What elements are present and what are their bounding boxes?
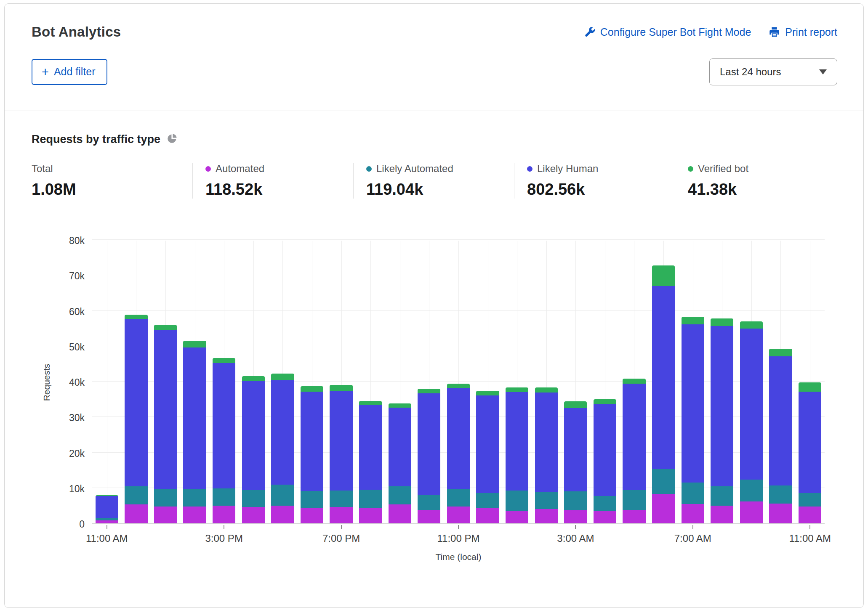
bars-container [92,241,825,523]
print-link-label: Print report [785,26,837,38]
bar-segment-automated [506,511,528,523]
bar-segment-likely_human [476,395,499,493]
x-tick-mark [458,525,459,529]
bar-segment-likely_human [769,356,792,485]
stacked-bar-200am[interactable] [535,387,558,523]
stacked-bar-900am[interactable] [740,321,763,523]
bar-segment-likely_automated [125,486,147,505]
bar-segment-likely_human [535,393,558,492]
y-tick-label-10: 10k [69,483,85,494]
bar-segment-verified_bot [183,341,206,347]
stacked-bar-600pm[interactable] [301,386,323,523]
stacked-bar-300am[interactable] [564,401,587,523]
bar-segment-automated [213,506,235,523]
bar-segment-likely_automated [652,469,675,494]
x-tick-label-16: 3:00 AM [557,533,594,544]
bar-segment-likely_human [154,330,177,489]
stacked-bar-500am[interactable] [623,379,645,523]
bar-segment-verified_bot [301,386,323,392]
bar-segment-likely_human [564,408,587,491]
x-tick-label-4: 3:00 PM [205,533,242,544]
stacked-bar-200pm[interactable] [183,341,206,523]
bar-segment-automated [389,504,411,523]
bar-segment-verified_bot [652,265,675,286]
stacked-bar-500pm[interactable] [271,374,294,523]
add-filter-label: Add filter [54,66,96,78]
y-tick-label-50: 50k [69,341,85,353]
configure-link-label: Configure Super Bot Fight Mode [600,26,751,38]
bar-segment-verified_bot [154,325,177,330]
stacked-bar-100pm[interactable] [154,325,177,523]
stacked-bar-400pm[interactable] [242,376,265,523]
bar-segment-verified_bot [535,387,558,393]
stacked-bar-700am[interactable] [682,317,704,523]
plus-icon: + [42,68,49,76]
likely-automated-legend-dot [366,166,372,172]
bar-segment-automated [740,501,763,523]
stacked-bar-800am[interactable] [711,318,733,523]
bar-segment-likely_human [301,392,323,491]
bar-slot-19 [649,241,678,523]
bar-segment-automated [799,507,821,523]
stacked-bar-1000pm[interactable] [418,389,440,523]
bot-analytics-card: Bot Analytics Configure Super Bot Fight … [4,3,864,608]
stat-likely-human: Likely Human 802.56k [514,163,675,199]
bar-segment-automated [183,507,206,523]
y-tick-label-20: 20k [69,448,85,459]
stacked-bar-900pm[interactable] [389,403,411,523]
x-tick-mark [224,525,224,529]
stacked-bar-1100am[interactable] [799,382,821,523]
bar-segment-likely_automated [476,493,499,508]
bar-slot-11 [415,241,444,523]
bar-segment-likely_human [213,363,235,488]
bar-segment-automated [330,507,352,523]
time-range-select[interactable]: Last 24 hours [709,58,837,85]
bar-segment-automated [594,511,616,523]
bar-slot-15 [532,241,561,523]
stacked-bar-1200am[interactable] [476,391,499,523]
bar-slot-24 [795,241,825,523]
bar-segment-likely_automated [769,485,792,504]
y-tick-label-60: 60k [69,306,85,317]
stacked-bar-700pm[interactable] [330,385,352,523]
add-filter-button[interactable]: + Add filter [32,59,107,85]
stacked-bar-1100pm[interactable] [447,384,470,523]
bar-segment-automated [564,510,587,523]
bar-segment-likely_automated [506,491,528,511]
bar-segment-likely_automated [389,486,411,504]
bar-slot-2 [151,241,180,523]
bar-segment-verified_bot [769,349,792,357]
stacked-bar-300pm[interactable] [213,358,235,523]
x-tick-label-20: 7:00 AM [674,533,711,544]
stacked-bar-400am[interactable] [594,399,616,523]
bar-segment-likely_automated [154,489,177,506]
bar-segment-verified_bot [125,315,147,319]
bar-segment-likely_automated [564,491,587,510]
bar-segment-automated [711,506,733,523]
stacked-bar-1000am[interactable] [769,349,792,523]
stacked-bar-1100am[interactable] [96,495,118,523]
stacked-bar-1200pm[interactable] [125,315,147,523]
stacked-bar-100am[interactable] [506,387,528,523]
bar-segment-likely_human [96,496,118,518]
bar-segment-likely_automated [213,488,235,506]
stacked-bar-600am[interactable] [652,265,675,523]
stat-verified-bot: Verified bot 41.38k [675,163,836,199]
bar-slot-8 [327,241,356,523]
bar-segment-automated [652,494,675,523]
x-tick-label-0: 11:00 AM [86,533,128,544]
bar-segment-likely_automated [594,496,616,511]
bar-segment-automated [242,507,265,523]
section-title: Requests by traffic type [32,133,160,146]
bar-segment-automated [535,509,558,523]
bar-segment-automated [96,520,118,523]
stacked-bar-800pm[interactable] [359,401,382,523]
stat-verified-bot-value: 41.38k [688,180,831,199]
print-report-link[interactable]: Print report [769,26,837,38]
configure-super-bot-fight-mode-link[interactable]: Configure Super Bot Fight Mode [584,26,751,38]
bar-segment-likely_automated [447,489,470,506]
bar-slot-10 [385,241,415,523]
stats-row: Total 1.08M Automated 118.52k Likely Aut… [32,163,837,199]
verified-bot-legend-dot [688,166,693,172]
bar-segment-verified_bot [242,376,265,382]
